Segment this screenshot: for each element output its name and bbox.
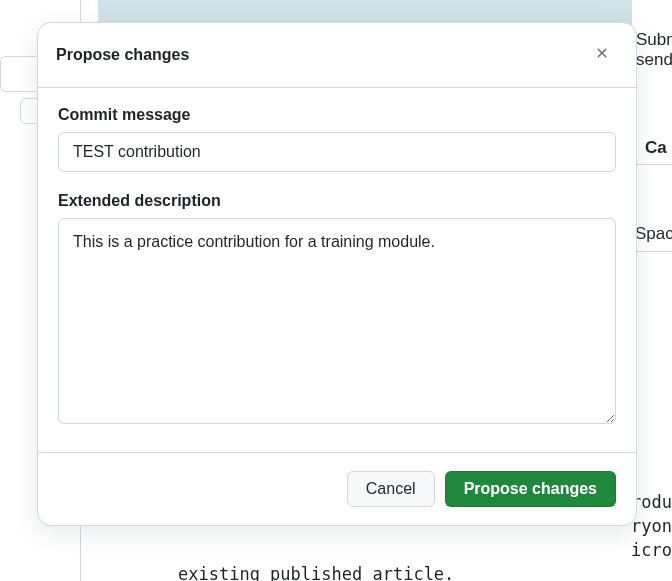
close-button[interactable] [586,39,618,71]
bg-text: Ca [645,138,667,158]
bg-text: ryone [631,516,672,536]
extended-description-textarea[interactable]: This is a practice contribution for a tr… [58,218,616,424]
bg-text: Spac [635,224,672,244]
propose-changes-button[interactable]: Propose changes [445,471,616,507]
bg-text: existing published article. [178,564,454,581]
bg-text: send [636,50,672,70]
bg-text: roduc [631,492,672,512]
bg-text: icros [631,540,672,560]
bg-text: Subm [636,30,672,50]
propose-changes-dialog: Propose changes Commit message Extended … [37,22,637,526]
close-icon [594,45,610,65]
dialog-footer: Cancel Propose changes [38,452,636,525]
extended-description-label: Extended description [58,192,616,210]
commit-message-label: Commit message [58,106,616,124]
dialog-header: Propose changes [38,23,636,88]
commit-message-input[interactable] [58,132,616,172]
dialog-title: Propose changes [56,46,586,64]
cancel-button[interactable]: Cancel [347,471,435,507]
dialog-body: Commit message Extended description This… [38,88,636,452]
